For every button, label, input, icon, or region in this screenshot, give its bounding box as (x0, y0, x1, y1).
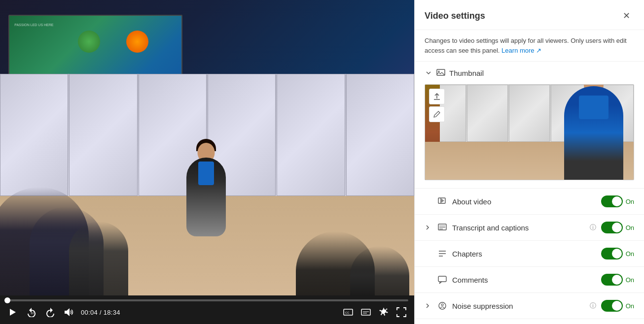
subtitle-button[interactable] (359, 305, 373, 319)
settings-notice: Changes to video settings will apply for… (415, 30, 644, 62)
thumbnail-person-body (564, 86, 623, 180)
transcript-icon (437, 223, 447, 232)
thumbnail-chevron-icon (425, 70, 432, 76)
svg-rect-5 (361, 309, 370, 315)
about-video-status: On (626, 198, 634, 205)
learn-more-link[interactable]: Learn more ↗ (501, 47, 541, 54)
rewind-button[interactable]: 10 (25, 305, 38, 319)
noise-status: On (626, 302, 634, 310)
noise-suppression-label: Noise suppression (452, 302, 583, 310)
wall-panel (277, 74, 345, 196)
progress-dot (4, 297, 10, 303)
comments-switch[interactable] (601, 274, 623, 286)
svg-marker-0 (10, 309, 16, 316)
chapters-switch[interactable] (601, 248, 623, 259)
wall-panel (0, 74, 68, 196)
svg-text:10: 10 (31, 312, 34, 315)
controls-right: CC (341, 305, 408, 319)
chapters-row: › Chapters On (415, 241, 644, 267)
chapters-toggle[interactable]: On (601, 248, 634, 259)
noise-info-icon: ⓘ (590, 301, 596, 310)
thumbnail-image (425, 85, 634, 180)
svg-rect-22 (438, 276, 446, 282)
video-area: PASSION LED US HERE Contoso Monthly Q&A (0, 0, 414, 295)
settings-button[interactable] (377, 305, 391, 319)
thumbnail-section: Thumbnail (415, 62, 644, 189)
svg-text:CC: CC (345, 311, 350, 314)
wall-panel (346, 74, 414, 196)
thumbnail-wrapper (425, 84, 634, 180)
video-player: PASSION LED US HERE Contoso Monthly Q&A (0, 0, 414, 324)
thumbnail-area (415, 84, 644, 188)
controls-row: 10 00:04 / 18:34 C (6, 303, 408, 321)
thumbnail-edit-button[interactable] (429, 106, 445, 122)
chapters-icon (437, 249, 447, 259)
chapters-status: On (626, 250, 634, 258)
svg-point-10 (438, 71, 440, 72)
comments-row: › Comments On (415, 267, 644, 293)
noise-chevron-icon[interactable] (425, 303, 432, 309)
comments-label: Comments (452, 276, 596, 284)
svg-marker-2 (65, 308, 70, 316)
play-button[interactable] (6, 305, 20, 319)
audience-area (0, 192, 414, 295)
fullscreen-button[interactable] (394, 305, 408, 319)
about-video-toggle[interactable]: On (601, 195, 634, 207)
progress-bar[interactable] (6, 299, 408, 301)
noise-icon (437, 301, 447, 311)
volume-button[interactable] (62, 305, 76, 319)
comments-status: On (626, 276, 634, 284)
settings-title: Video settings (425, 11, 485, 21)
about-video-icon (437, 196, 447, 206)
about-video-row: › About video On (415, 189, 644, 215)
time-display: 00:04 / 18:34 (81, 309, 120, 316)
thumbnail-section-header[interactable]: Thumbnail (415, 62, 644, 84)
close-button[interactable]: ✕ (618, 8, 634, 24)
transcript-toggle[interactable]: On (601, 222, 634, 233)
settings-panel: Video settings ✕ Changes to video settin… (414, 0, 644, 324)
video-controls: 10 00:04 / 18:34 C (0, 295, 414, 324)
comments-toggle[interactable]: On (601, 274, 634, 286)
transcript-status: On (626, 224, 634, 231)
chapters-label: Chapters (452, 250, 596, 258)
settings-content: Thumbnail (415, 62, 644, 324)
svg-marker-14 (440, 198, 444, 203)
noise-suppression-row: Noise suppression ⓘ On (415, 293, 644, 319)
settings-header: Video settings ✕ (415, 0, 644, 30)
noise-switch[interactable] (601, 300, 623, 312)
thumbnail-actions (429, 89, 445, 122)
transcript-captions-row: Transcript and captions ⓘ On (415, 215, 644, 241)
about-video-switch[interactable] (601, 195, 623, 207)
wall-panel (69, 74, 137, 196)
comments-icon (437, 275, 447, 285)
transcript-info-icon: ⓘ (590, 223, 596, 232)
thumbnail-icon (436, 68, 445, 77)
thumbnail-label: Thumbnail (449, 69, 634, 77)
transcript-captions-label: Transcript and captions (452, 224, 583, 232)
transcript-switch[interactable] (601, 222, 623, 233)
thumbnail-person (564, 86, 623, 180)
transcript-chevron-icon[interactable] (425, 225, 432, 230)
thumbnail-upload-button[interactable] (429, 89, 445, 104)
svg-point-24 (441, 304, 443, 306)
noise-toggle[interactable]: On (601, 300, 634, 312)
about-video-label: About video (452, 197, 596, 206)
forward-button[interactable] (43, 305, 57, 319)
caption-toggle-button[interactable]: CC (341, 305, 355, 319)
